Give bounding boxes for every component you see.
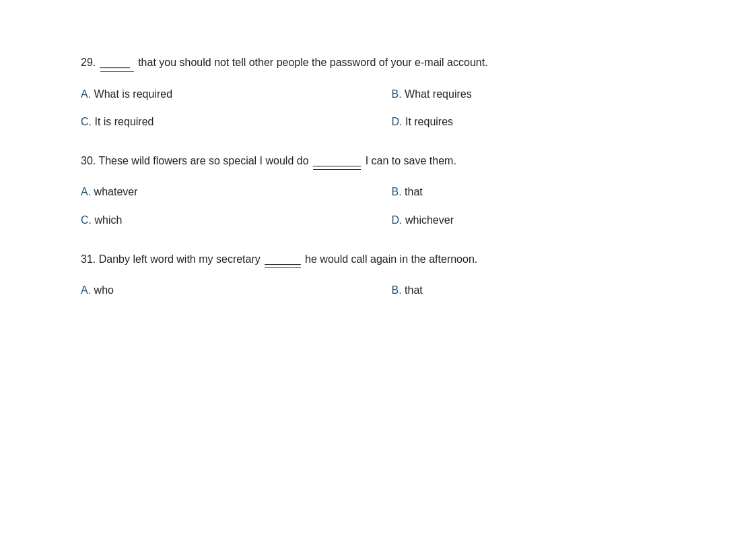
option-30-c: C. which — [81, 212, 365, 229]
option-30-a: A. whatever — [81, 183, 365, 201]
option-30-a-text: whatever — [94, 186, 138, 197]
question-30-text: 30. These wild flowers are so special I … — [81, 152, 675, 170]
option-29-b-label: B. — [392, 88, 402, 100]
option-30-d-text: whichever — [405, 214, 454, 226]
question-31-blank: ______ — [263, 253, 302, 265]
option-29-a: A. What is required — [81, 86, 365, 103]
question-30-options: A. whatever B. that C. which D. whicheve… — [81, 183, 675, 228]
option-29-c-label: C. — [81, 116, 92, 127]
option-29-d-label: D. — [392, 116, 403, 127]
option-31-a-label: A. — [81, 284, 91, 296]
option-29-d-text: It requires — [405, 116, 453, 127]
option-29-c: C. It is required — [81, 113, 365, 131]
question-31-text: 31. Danby left word with my secretary __… — [81, 251, 675, 269]
option-30-b-text: that — [405, 186, 423, 197]
questions-container: 29. _____ that you should not tell other… — [81, 54, 675, 299]
option-29-b-text: What requires — [405, 88, 472, 100]
option-30-b-label: B. — [392, 186, 402, 197]
question-29-number: 29. — [81, 57, 96, 68]
question-31-before: Danby left word with my secretary — [99, 253, 264, 265]
option-31-a-text: who — [94, 284, 114, 296]
option-30-c-label: C. — [81, 214, 92, 226]
question-30-before: These wild flowers are so special I woul… — [98, 155, 312, 166]
question-30: 30. These wild flowers are so special I … — [81, 152, 675, 229]
question-30-after: I can to save them. — [366, 155, 456, 166]
question-31-after: he would call again in the afternoon. — [305, 253, 477, 265]
option-29-a-text: What is required — [94, 88, 173, 100]
option-31-b-text: that — [405, 284, 423, 296]
option-31-b: B. that — [392, 282, 676, 299]
option-30-b: B. that — [392, 183, 676, 201]
question-29-blank: _____ — [99, 57, 138, 68]
option-30-c-text: which — [94, 214, 122, 226]
question-31-options: A. who B. that — [81, 282, 675, 299]
option-29-a-label: A. — [81, 88, 91, 100]
question-29-after: that you should not tell other people th… — [138, 57, 487, 68]
option-29-d: D. It requires — [392, 113, 676, 131]
question-29: 29. _____ that you should not tell other… — [81, 54, 675, 131]
question-31-number: 31. — [81, 253, 96, 265]
question-29-text: 29. _____ that you should not tell other… — [81, 54, 675, 72]
question-31: 31. Danby left word with my secretary __… — [81, 251, 675, 299]
question-29-options: A. What is required B. What requires C. … — [81, 86, 675, 131]
question-30-blank: ________ — [312, 155, 362, 166]
option-29-c-text: It is required — [94, 116, 153, 127]
option-30-a-label: A. — [81, 186, 91, 197]
option-31-a: A. who — [81, 282, 365, 299]
question-30-number: 30. — [81, 155, 96, 166]
option-29-b: B. What requires — [392, 86, 676, 103]
option-30-d: D. whichever — [392, 212, 676, 229]
option-30-d-label: D. — [392, 214, 403, 226]
option-31-b-label: B. — [392, 284, 402, 296]
